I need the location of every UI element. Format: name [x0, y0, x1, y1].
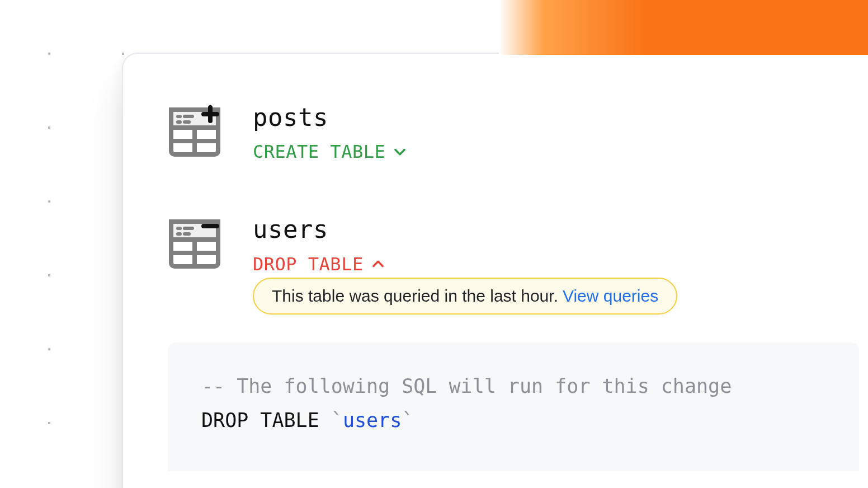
- orange-banner: [499, 0, 868, 55]
- drop-table-toggle[interactable]: DROP TABLE: [253, 254, 859, 275]
- sql-identifier: users: [343, 409, 402, 431]
- action-label: DROP TABLE: [253, 254, 364, 275]
- table-add-icon: [168, 104, 221, 159]
- migration-item-posts: posts CREATE TABLE: [168, 104, 859, 162]
- migration-item-users: users DROP TABLE: [168, 216, 859, 274]
- migration-panel: posts CREATE TABLE: [122, 53, 868, 488]
- create-table-toggle[interactable]: CREATE TABLE: [253, 141, 859, 162]
- table-name-label: users: [253, 216, 859, 243]
- chevron-down-icon: [392, 144, 408, 159]
- recent-query-warning: This table was queried in the last hour.…: [253, 278, 677, 315]
- sql-comment: -- The following SQL will run for this c…: [201, 375, 732, 397]
- action-label: CREATE TABLE: [253, 141, 385, 162]
- chevron-up-icon: [370, 256, 386, 272]
- view-queries-link[interactable]: View queries: [563, 287, 658, 306]
- table-name-label: posts: [253, 104, 859, 131]
- sql-backtick: `: [331, 409, 343, 431]
- warning-text: This table was queried in the last hour.: [272, 287, 558, 306]
- sql-preview-block: -- The following SQL will run for this c…: [168, 342, 859, 472]
- table-remove-icon: [168, 216, 221, 271]
- sql-backtick: `: [402, 409, 413, 431]
- sql-keyword: DROP TABLE: [201, 409, 319, 431]
